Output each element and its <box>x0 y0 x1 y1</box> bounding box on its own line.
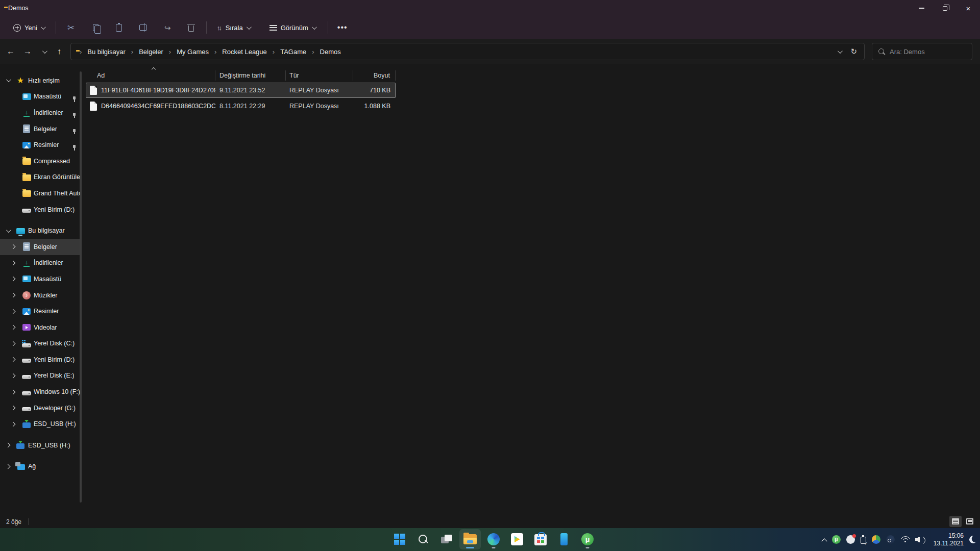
details-view-button[interactable] <box>949 516 962 527</box>
sidebar-item-resimler[interactable]: Resimler <box>0 137 81 153</box>
copy-button[interactable] <box>87 21 103 34</box>
sidebar-item-pc-videolar[interactable]: Videolar <box>0 319 81 336</box>
paste-button[interactable] <box>112 21 126 35</box>
breadcrumb-item[interactable]: Bu bilgisayar <box>85 46 127 57</box>
sidebar-item-yeni-birim-d[interactable]: Yeni Birim (D:) <box>0 202 81 218</box>
file-explorer-button[interactable] <box>459 529 481 549</box>
cut-icon: ✂ <box>67 23 75 32</box>
sidebar-item-pc-developer-g[interactable]: Developer (G:) <box>0 400 81 416</box>
sidebar-item-indirilenler[interactable]: İndirilenler <box>0 105 81 121</box>
chevron-right-icon[interactable] <box>6 464 11 469</box>
breadcrumb-item[interactable]: Demos <box>318 46 343 57</box>
idm-tray-icon[interactable] <box>872 535 880 544</box>
recent-locations-button[interactable] <box>37 44 51 59</box>
up-button[interactable]: ↑ <box>52 44 66 59</box>
sidebar-item-pc-yerel-disk-e[interactable]: Yerel Disk (E:) <box>0 368 81 384</box>
address-dropdown-chevron[interactable] <box>838 48 843 54</box>
sidebar-item-masaustu[interactable]: Masaüstü <box>0 89 81 105</box>
minimize-button[interactable] <box>910 0 933 16</box>
focus-assist-moon-icon[interactable] <box>968 535 978 544</box>
discord-tray-icon[interactable] <box>846 535 855 544</box>
phone-link-button[interactable] <box>553 529 575 549</box>
sidebar-item-pc-resimler[interactable]: Resimler <box>0 303 81 319</box>
sidebar-section-quick-access[interactable]: ★ Hızlı erişim <box>0 72 81 89</box>
sidebar-item-pc-masaustu[interactable]: Masaüstü <box>0 271 81 287</box>
refresh-icon[interactable]: ↻ <box>850 47 857 56</box>
chevron-right-icon[interactable] <box>11 421 16 427</box>
sidebar-item-pc-belgeler[interactable]: Belgeler <box>0 239 81 255</box>
system-disk-icon <box>21 338 32 348</box>
column-header-name[interactable]: Ad <box>86 70 215 81</box>
breadcrumb-item[interactable]: My Games <box>175 46 211 57</box>
sidebar-item-pc-esd-usb-h[interactable]: ESD_USB (H:) <box>0 416 81 432</box>
steam-tray-icon[interactable] <box>886 535 895 544</box>
microsoft-store-button[interactable] <box>530 529 551 549</box>
view-button[interactable]: Görünüm <box>265 21 320 35</box>
desktop-icon <box>21 274 32 284</box>
sidebar-item-ekran-goruntuleri[interactable]: Ekran Görüntüleri <box>0 169 81 186</box>
start-button[interactable] <box>389 529 410 549</box>
new-button[interactable]: Yeni <box>9 21 48 35</box>
back-button[interactable]: ← <box>4 44 18 59</box>
volume-icon[interactable] <box>915 536 924 543</box>
sidebar-item-compressed[interactable]: Compressed <box>0 153 81 169</box>
column-header-type[interactable]: Tür <box>286 70 353 81</box>
sidebar-item-grand-theft-auto[interactable]: Grand Theft Auto S <box>0 185 81 202</box>
tray-expand-chevron-icon[interactable] <box>821 538 827 544</box>
edge-button[interactable] <box>483 529 504 549</box>
close-button[interactable]: × <box>957 0 980 16</box>
more-options-button[interactable]: ••• <box>333 20 352 35</box>
forward-button[interactable]: → <box>20 44 35 59</box>
chevron-down-icon[interactable] <box>6 228 11 233</box>
sidebar-item-ag[interactable]: Ağ <box>0 459 81 475</box>
sidebar-item-pc-indirilenler[interactable]: İndirilenler <box>0 255 81 271</box>
column-header-size[interactable]: Boyut <box>353 70 396 81</box>
chevron-right-icon[interactable] <box>11 309 16 314</box>
documents-icon <box>21 242 32 252</box>
wifi-icon[interactable] <box>900 536 910 543</box>
delete-button[interactable] <box>184 21 198 35</box>
task-view-button[interactable] <box>436 529 457 549</box>
file-row[interactable]: D64664094634CF69EFED188603C2DCA9.r... 8.… <box>86 98 396 114</box>
rename-button[interactable] <box>135 21 151 34</box>
chevron-right-icon[interactable] <box>11 373 16 379</box>
sidebar-item-belgeler[interactable]: Belgeler <box>0 121 81 137</box>
share-button[interactable]: ↪ <box>160 21 175 35</box>
column-header-date[interactable]: Değiştirme tarihi <box>215 70 286 81</box>
breadcrumb-item[interactable]: Belgeler <box>137 46 165 57</box>
sidebar-scrollbar[interactable] <box>80 71 82 503</box>
large-icons-view-button[interactable] <box>964 516 976 527</box>
chevron-right-icon[interactable] <box>11 260 16 265</box>
breadcrumb-item[interactable]: Rocket League <box>220 46 268 57</box>
google-play-button[interactable] <box>506 529 528 549</box>
sidebar-item-pc-muzikler[interactable]: Müzikler <box>0 287 81 304</box>
restore-button[interactable] <box>933 0 957 16</box>
search-box[interactable]: Ara: Demos <box>872 43 972 60</box>
usb-safely-remove-icon[interactable] <box>861 537 866 544</box>
clock[interactable]: 15:06 13.11.2021 <box>930 532 964 547</box>
chevron-down-icon[interactable] <box>6 77 11 82</box>
sidebar-item-pc-windows10-f[interactable]: Windows 10 (F:) <box>0 384 81 400</box>
sidebar-item-pc-yerel-disk-c[interactable]: Yerel Disk (C:) <box>0 336 81 352</box>
chevron-right-icon[interactable] <box>11 244 16 249</box>
chevron-right-icon[interactable] <box>11 293 16 298</box>
address-bar[interactable]: › Bu bilgisayar › Belgeler › My Games › … <box>70 43 865 60</box>
taskbar-search-button[interactable] <box>412 529 434 549</box>
breadcrumb-item[interactable]: TAGame <box>278 46 308 57</box>
chevron-right-icon[interactable] <box>11 277 16 282</box>
sidebar-section-this-pc[interactable]: Bu bilgisayar <box>0 222 81 239</box>
chevron-right-icon[interactable] <box>11 357 16 362</box>
file-row[interactable]: 11F91E0F4D618F19D19F3D8F24D27093.re... 9… <box>86 83 396 98</box>
chevron-right-icon[interactable] <box>11 325 16 330</box>
sort-button[interactable]: ↑↓ Sırala <box>213 21 254 35</box>
utorrent-tray-icon[interactable] <box>832 535 841 544</box>
chevron-right-icon[interactable] <box>11 389 16 394</box>
task-view-icon <box>441 535 452 544</box>
chevron-right-icon[interactable] <box>11 341 16 346</box>
cut-button[interactable]: ✂ <box>63 20 79 35</box>
utorrent-button[interactable] <box>577 529 598 549</box>
chevron-right-icon[interactable] <box>6 443 11 448</box>
chevron-right-icon[interactable] <box>11 406 16 411</box>
sidebar-item-esd-usb[interactable]: ESD_USB (H:) <box>0 437 81 454</box>
sidebar-item-pc-yeni-birim-d[interactable]: Yeni Birim (D:) <box>0 352 81 368</box>
